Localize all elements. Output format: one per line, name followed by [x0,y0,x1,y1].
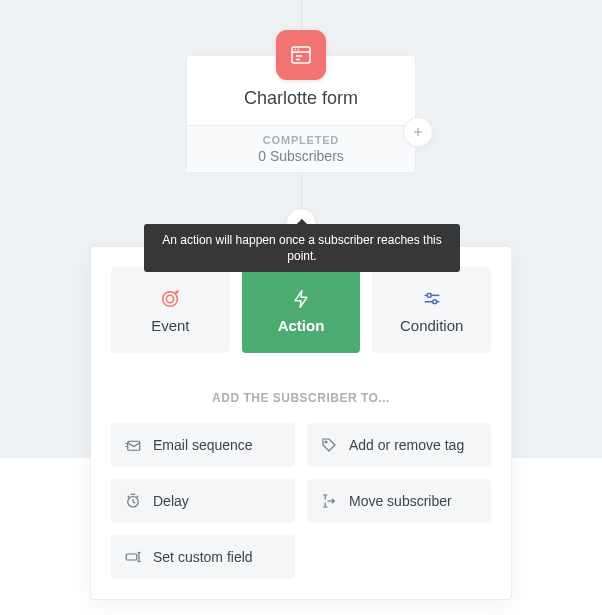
action-grid: Email sequence Add or remove tag Delay [111,423,491,579]
svg-point-11 [167,295,174,302]
connector-line-top [301,0,302,30]
sub-heading: ADD THE SUBSCRIBER TO... [111,391,491,405]
form-subscribers: 0 Subscribers [187,148,415,164]
svg-point-20 [325,441,327,443]
form-icon [276,30,326,80]
clock-icon [123,492,143,510]
form-meta: COMPLETED 0 Subscribers [187,125,415,172]
action-delay-label: Delay [153,493,189,509]
category-action[interactable]: Action [242,267,361,353]
svg-rect-0 [292,47,310,63]
action-email-sequence-label: Email sequence [153,437,253,453]
step-builder: Event Action Condition ADD THE SUBSCRIBE… [90,246,512,600]
target-icon [159,287,181,311]
action-move[interactable]: Move subscriber [307,479,491,523]
action-tag-label: Add or remove tag [349,437,464,453]
svg-rect-14 [427,293,431,297]
custom-field-icon [123,548,143,566]
tooltip: An action will happen once a subscriber … [144,224,460,272]
tag-icon [319,436,339,454]
move-icon [319,492,339,510]
action-tag[interactable]: Add or remove tag [307,423,491,467]
category-condition-label: Condition [400,317,463,334]
form-completed-label: COMPLETED [187,134,415,146]
email-sequence-icon [123,436,143,454]
lightning-icon [291,287,311,311]
category-action-label: Action [278,317,325,334]
svg-line-25 [128,496,130,498]
category-row: Event Action Condition [111,267,491,353]
action-delay[interactable]: Delay [111,479,295,523]
action-move-label: Move subscriber [349,493,452,509]
svg-marker-12 [295,290,307,307]
svg-rect-28 [126,554,137,560]
filter-icon [421,287,443,311]
form-title: Charlotte form [187,88,415,125]
category-event-label: Event [151,317,189,334]
svg-line-26 [137,496,139,498]
action-custom-field-label: Set custom field [153,549,253,565]
action-custom-field[interactable]: Set custom field [111,535,295,579]
svg-rect-17 [128,441,140,450]
svg-rect-16 [433,299,437,303]
form-node[interactable]: Charlotte form COMPLETED 0 Subscribers [186,30,416,173]
category-condition[interactable]: Condition [372,267,491,353]
svg-line-23 [133,502,135,504]
add-branch-button[interactable] [403,117,433,147]
category-event[interactable]: Event [111,267,230,353]
action-email-sequence[interactable]: Email sequence [111,423,295,467]
